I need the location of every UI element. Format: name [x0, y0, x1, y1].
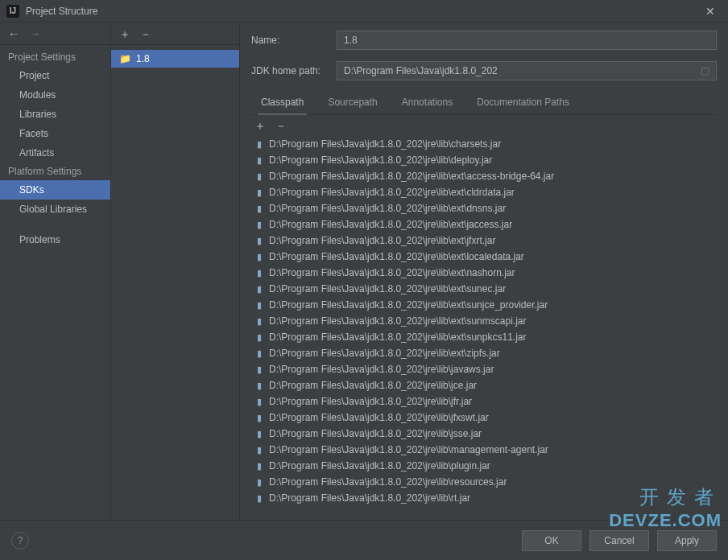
classpath-path: D:\Program Files\Java\jdk1.8.0_202\jre\l… — [269, 283, 506, 294]
path-row: JDK home path: ▢ — [251, 61, 717, 80]
path-input[interactable] — [337, 62, 694, 80]
classpath-row[interactable]: ▮D:\Program Files\Java\jdk1.8.0_202\jre\… — [251, 329, 717, 345]
classpath-row[interactable]: ▮D:\Program Files\Java\jdk1.8.0_202\jre\… — [251, 426, 717, 442]
jar-icon: ▮ — [254, 284, 264, 294]
jar-icon: ▮ — [254, 204, 264, 214]
add-sdk-button[interactable]: ＋ — [119, 28, 130, 39]
jar-icon: ▮ — [254, 171, 264, 182]
classpath-row[interactable]: ▮D:\Program Files\Java\jdk1.8.0_202\jre\… — [251, 265, 717, 281]
apply-button[interactable]: Apply — [657, 530, 717, 551]
classpath-row[interactable]: ▮D:\Program Files\Java\jdk1.8.0_202\jre\… — [251, 152, 717, 168]
name-label: Name: — [251, 35, 329, 46]
tab-documentation-paths[interactable]: Documentation Paths — [474, 92, 573, 114]
classpath-row[interactable]: ▮D:\Program Files\Java\jdk1.8.0_202\jre\… — [251, 377, 717, 393]
classpath-path: D:\Program Files\Java\jdk1.8.0_202\jre\l… — [269, 396, 472, 407]
classpath-path: D:\Program Files\Java\jdk1.8.0_202\jre\l… — [269, 235, 495, 246]
sidebar-header: Project Settings — [0, 48, 110, 66]
classpath-row[interactable]: ▮D:\Program Files\Java\jdk1.8.0_202\jre\… — [251, 442, 717, 458]
classpath-row[interactable]: ▮D:\Program Files\Java\jdk1.8.0_202\jre\… — [251, 249, 717, 265]
classpath-path: D:\Program Files\Java\jdk1.8.0_202\jre\l… — [269, 476, 507, 488]
path-input-wrap: ▢ — [337, 61, 717, 80]
sidebar-sections: Project SettingsProjectModulesLibrariesF… — [0, 45, 110, 249]
footer: ? OK Cancel Apply — [0, 520, 728, 560]
classpath-row[interactable]: ▮D:\Program Files\Java\jdk1.8.0_202\jre\… — [251, 233, 717, 249]
classpath-row[interactable]: ▮D:\Program Files\Java\jdk1.8.0_202\jre\… — [251, 136, 717, 152]
classpath-list: ▮D:\Program Files\Java\jdk1.8.0_202\jre\… — [251, 136, 717, 520]
jar-icon: ▮ — [254, 413, 264, 423]
sdk-list: 📁1.8 — [111, 45, 239, 68]
classpath-path: D:\Program Files\Java\jdk1.8.0_202\jre\l… — [269, 171, 554, 182]
forward-icon[interactable]: → — [29, 27, 40, 40]
classpath-row[interactable]: ▮D:\Program Files\Java\jdk1.8.0_202\jre\… — [251, 410, 717, 426]
jar-icon: ▮ — [254, 139, 264, 150]
remove-classpath-button[interactable]: － — [275, 120, 287, 131]
classpath-row[interactable]: ▮D:\Program Files\Java\jdk1.8.0_202\jre\… — [251, 490, 717, 506]
jar-icon: ▮ — [254, 268, 264, 278]
classpath-path: D:\Program Files\Java\jdk1.8.0_202\jre\l… — [269, 315, 526, 327]
classpath-path: D:\Program Files\Java\jdk1.8.0_202\jre\l… — [269, 187, 515, 198]
sidebar-item-libraries[interactable]: Libraries — [0, 105, 110, 124]
classpath-path: D:\Program Files\Java\jdk1.8.0_202\jre\l… — [269, 154, 492, 166]
classpath-path: D:\Program Files\Java\jdk1.8.0_202\jre\l… — [269, 492, 470, 504]
classpath-path: D:\Program Files\Java\jdk1.8.0_202\jre\l… — [269, 251, 524, 262]
main-area: ← → Project SettingsProjectModulesLibrar… — [0, 23, 728, 520]
sidebar-item-modules[interactable]: Modules — [0, 85, 110, 105]
classpath-row[interactable]: ▮D:\Program Files\Java\jdk1.8.0_202\jre\… — [251, 200, 717, 216]
sidebar-item-project[interactable]: Project — [0, 66, 110, 85]
tab-annotations[interactable]: Annotations — [399, 92, 456, 114]
classpath-path: D:\Program Files\Java\jdk1.8.0_202\jre\l… — [269, 364, 494, 375]
classpath-row[interactable]: ▮D:\Program Files\Java\jdk1.8.0_202\jre\… — [251, 393, 717, 410]
tab-sourcepath[interactable]: Sourcepath — [325, 92, 380, 114]
browse-icon[interactable]: ▢ — [694, 65, 716, 76]
remove-sdk-button[interactable]: － — [140, 28, 151, 39]
ok-button[interactable]: OK — [522, 530, 581, 551]
window-title: Project Structure — [26, 6, 97, 17]
classpath-path: D:\Program Files\Java\jdk1.8.0_202\jre\l… — [269, 138, 501, 150]
folder-icon: 📁 — [119, 53, 131, 64]
jar-icon: ▮ — [254, 348, 264, 359]
classpath-row[interactable]: ▮D:\Program Files\Java\jdk1.8.0_202\jre\… — [251, 297, 717, 313]
classpath-row[interactable]: ▮D:\Program Files\Java\jdk1.8.0_202\jre\… — [251, 345, 717, 361]
jar-icon: ▮ — [254, 477, 264, 488]
classpath-row[interactable]: ▮D:\Program Files\Java\jdk1.8.0_202\jre\… — [251, 216, 717, 233]
sidebar-item-artifacts[interactable]: Artifacts — [0, 143, 110, 163]
classpath-row[interactable]: ▮D:\Program Files\Java\jdk1.8.0_202\jre\… — [251, 474, 717, 490]
classpath-row[interactable]: ▮D:\Program Files\Java\jdk1.8.0_202\jre\… — [251, 168, 717, 184]
classpath-row[interactable]: ▮D:\Program Files\Java\jdk1.8.0_202\jre\… — [251, 458, 717, 474]
classpath-path: D:\Program Files\Java\jdk1.8.0_202\jre\l… — [269, 348, 500, 359]
tab-classpath[interactable]: Classpath — [258, 92, 307, 114]
sidebar-item-global-libraries[interactable]: Global Libraries — [0, 200, 110, 219]
classpath-path: D:\Program Files\Java\jdk1.8.0_202\jre\l… — [269, 428, 482, 439]
name-input[interactable] — [337, 31, 717, 50]
sidebar-item-sdks[interactable]: SDKs — [0, 180, 110, 200]
classpath-path: D:\Program Files\Java\jdk1.8.0_202\jre\l… — [269, 380, 477, 391]
cancel-button[interactable]: Cancel — [589, 530, 649, 551]
tabs: ClasspathSourcepathAnnotationsDocumentat… — [251, 92, 717, 115]
sdk-item-label: 1.8 — [136, 53, 150, 64]
sdk-panel: ＋ － 📁1.8 — [111, 23, 240, 520]
sdk-item[interactable]: 📁1.8 — [111, 50, 239, 68]
jar-icon: ▮ — [254, 461, 264, 471]
help-button[interactable]: ? — [11, 532, 29, 550]
app-icon: IJ — [6, 5, 19, 18]
sidebar: ← → Project SettingsProjectModulesLibrar… — [0, 23, 111, 520]
sidebar-item-facets[interactable]: Facets — [0, 124, 110, 143]
back-icon[interactable]: ← — [8, 27, 19, 40]
path-label: JDK home path: — [251, 65, 329, 76]
classpath-path: D:\Program Files\Java\jdk1.8.0_202\jre\l… — [269, 203, 506, 214]
jar-icon: ▮ — [254, 397, 264, 407]
sidebar-item-problems[interactable]: Problems — [0, 230, 110, 249]
classpath-row[interactable]: ▮D:\Program Files\Java\jdk1.8.0_202\jre\… — [251, 361, 717, 377]
classpath-row[interactable]: ▮D:\Program Files\Java\jdk1.8.0_202\jre\… — [251, 313, 717, 329]
jar-icon: ▮ — [254, 220, 264, 230]
nav-row: ← → — [0, 23, 110, 45]
classpath-row[interactable]: ▮D:\Program Files\Java\jdk1.8.0_202\jre\… — [251, 184, 717, 200]
classpath-row[interactable]: ▮D:\Program Files\Java\jdk1.8.0_202\jre\… — [251, 281, 717, 297]
classpath-path: D:\Program Files\Java\jdk1.8.0_202\jre\l… — [269, 299, 548, 311]
add-classpath-button[interactable]: ＋ — [254, 120, 266, 131]
classpath-path: D:\Program Files\Java\jdk1.8.0_202\jre\l… — [269, 219, 512, 230]
close-button[interactable]: ✕ — [693, 0, 728, 23]
jar-icon: ▮ — [254, 381, 264, 391]
title-bar: IJ Project Structure ✕ — [0, 0, 728, 23]
content-panel: Name: JDK home path: ▢ ClasspathSourcepa… — [240, 23, 728, 520]
